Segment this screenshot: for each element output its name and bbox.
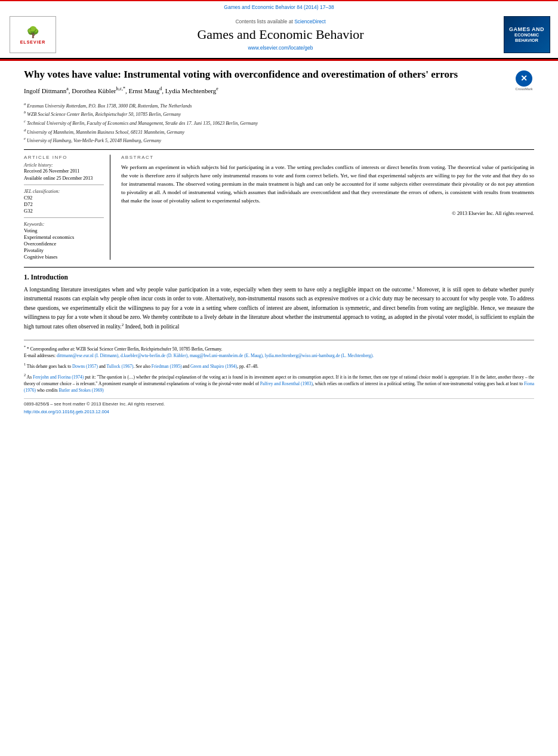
crossmark-circle: ✕: [516, 70, 532, 87]
article-info-title: ARTICLE INFO: [24, 155, 104, 160]
jel-c92: C92: [24, 195, 104, 201]
affil-d: d University of Mannheim, Mannheim Busin…: [24, 127, 534, 136]
history-label: Article history:: [24, 162, 104, 168]
elsevier-logo: 🌳 ELSEVIER: [10, 16, 56, 53]
affil-c: c Technical University of Berlin, Facult…: [24, 118, 534, 127]
info-divider-2: [24, 217, 104, 218]
badge-line1: GAMES and: [509, 26, 544, 32]
footnote-2: 2 As Ferejohn and Fiorina (1974) put it:…: [24, 372, 534, 394]
journal-citation: Games and Economic Behavior 84 (2014) 17…: [224, 4, 334, 10]
info-divider-1: [24, 185, 104, 185]
kw-voting: Voting: [24, 228, 104, 233]
email-links[interactable]: dittmann@ese.eur.nl (I. Dittmann), d.kue…: [57, 353, 374, 358]
paper-title-area: Why votes have value: Instrumental votin…: [24, 68, 508, 97]
paper-header: Why votes have value: Instrumental votin…: [24, 68, 534, 97]
ref-tullock[interactable]: Tullock (1967): [106, 364, 133, 369]
sciencedirect-link[interactable]: ScienceDirect: [294, 19, 325, 24]
ref-palfrey[interactable]: Palfrey and Rosenthal (1983): [260, 381, 313, 386]
journal-badge: GAMES and Economic Behavior: [504, 16, 550, 53]
article-body: ARTICLE INFO Article history: Received 2…: [24, 149, 534, 260]
introduction-text: A longstanding literature investigates w…: [24, 285, 534, 331]
jel-d72: D72: [24, 201, 104, 207]
author-1: Ingolf Dittmanna: [24, 87, 69, 94]
jel-label: JEL classification:: [24, 189, 104, 194]
kw-pivotality: Pivotality: [24, 247, 104, 253]
publisher-logo-area: 🌳 ELSEVIER: [6, 16, 60, 53]
ref-ferejohn[interactable]: Ferejohn and Fiorina (1974): [33, 374, 84, 380]
author-2: Dorothea Küblerb,c,*: [72, 87, 125, 94]
footnote-1: 1 This debate goes back to Downs (1957) …: [24, 361, 534, 370]
abstract-copyright: © 2013 Elsevier Inc. All rights reserved…: [121, 210, 534, 216]
jel-codes: C92 D72 G32: [24, 195, 104, 214]
crossmark-icon: ✕: [520, 73, 528, 84]
affil-e: e University of Hamburg, Von-Melle-Park …: [24, 136, 534, 145]
contents-text: Contents lists available at: [235, 19, 292, 24]
crossmark-badge: ✕ CrossMark: [514, 70, 534, 91]
journal-header: 🌳 ELSEVIER Contents lists available at S…: [0, 11, 558, 59]
available-date: Available online 25 December 2013: [24, 176, 104, 181]
email-label: E-mail addresses:: [24, 353, 56, 358]
footnotes-section: * * Corresponding author at: WZB Social …: [24, 340, 534, 394]
ref-green[interactable]: Green and Shapiro (1994): [190, 364, 237, 369]
abstract-title: ABSTRACT: [121, 155, 534, 160]
kw-cognitive: Cognitive biases: [24, 254, 104, 260]
keywords-label: Keywords:: [24, 222, 104, 227]
badge-line2: Economic: [514, 32, 539, 38]
received-date: Received 26 November 2011: [24, 168, 104, 174]
doi-link[interactable]: http://dx.doi.org/10.1016/j.geb.2013.12.…: [24, 409, 109, 414]
ref-downs[interactable]: Downs (1957): [72, 364, 98, 369]
affil-b: b WZB Social Science Center Berlin, Reic…: [24, 109, 534, 118]
crossmark-label: CrossMark: [515, 87, 532, 91]
abstract-text: We perform an experiment in which subjec…: [121, 164, 534, 205]
journal-top-bar: Games and Economic Behavior 84 (2014) 17…: [0, 0, 558, 11]
bottom-bar: 0899-8256/$ – see front matter © 2013 El…: [24, 398, 534, 414]
article-info-panel: ARTICLE INFO Article history: Received 2…: [24, 155, 110, 260]
sciencedirect-line: Contents lists available at ScienceDirec…: [235, 19, 325, 24]
ref-butler[interactable]: Butler and Stokes (1969): [59, 388, 104, 393]
section-heading: Introduction: [31, 273, 68, 281]
affil-a: a Erasmus University Rotterdam, P.O. Box…: [24, 101, 534, 110]
authors-line: Ingolf Dittmanna, Dorothea Küblerb,c,*, …: [24, 86, 508, 94]
main-content: Why votes have value: Instrumental votin…: [0, 61, 558, 420]
abstract-section: ABSTRACT We perform an experiment in whi…: [121, 155, 534, 260]
ref-friedman[interactable]: Friedman (1995): [152, 364, 182, 369]
journal-title-area: Contents lists available at ScienceDirec…: [66, 16, 495, 53]
section-title: 1. Introduction: [24, 273, 534, 281]
keywords-list: Voting Experimental economics Overconfid…: [24, 228, 104, 260]
issn-text: 0899-8256/$ – see front matter © 2013 El…: [24, 401, 534, 407]
footnote-star: * * Corresponding author at: WZB Social …: [24, 344, 534, 359]
introduction-section: 1. Introduction A longstanding literatur…: [24, 267, 534, 331]
journal-title: Games and Economic Behavior: [197, 27, 363, 42]
elsevier-label: ELSEVIER: [20, 40, 46, 44]
jel-g32: G32: [24, 208, 104, 214]
paper-title: Why votes have value: Instrumental votin…: [24, 68, 508, 81]
page: Games and Economic Behavior 84 (2014) 17…: [0, 0, 558, 756]
author-3: Ernst Maugd: [129, 87, 162, 94]
journal-url-link[interactable]: www.elsevier.com/locate/geb: [248, 45, 313, 51]
footnote-star-text: * Corresponding author at: WZB Social Sc…: [27, 346, 222, 352]
section-number: 1.: [24, 273, 29, 281]
journal-badge-area: GAMES and Economic Behavior: [501, 16, 552, 53]
kw-overconfidence: Overconfidence: [24, 241, 104, 247]
affiliations: a Erasmus University Rotterdam, P.O. Box…: [24, 101, 534, 145]
kw-experimental: Experimental economics: [24, 234, 104, 240]
author-4: Lydia Mechtenberge: [165, 87, 218, 94]
tree-icon: 🌳: [26, 26, 39, 39]
badge-line3: Behavior: [515, 38, 538, 43]
